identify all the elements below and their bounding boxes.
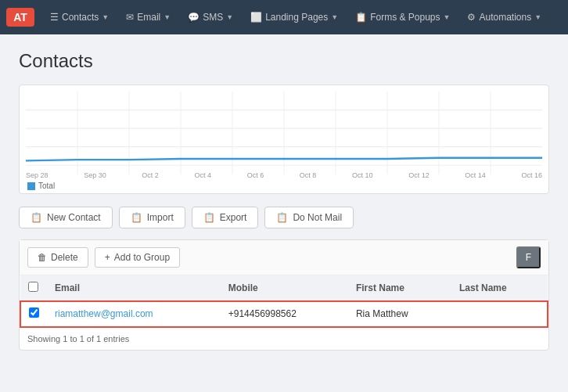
nav-landing-pages[interactable]: ⬜ Landing Pages ▼ bbox=[243, 7, 346, 27]
page-title: Contacts bbox=[19, 50, 549, 72]
chevron-down-icon: ▼ bbox=[444, 13, 451, 21]
add-to-group-button[interactable]: + Add to Group bbox=[95, 247, 180, 268]
x-label-1: Sep 30 bbox=[84, 171, 106, 179]
nav-sms-label: SMS bbox=[203, 12, 223, 23]
do-not-mail-icon: 📋 bbox=[276, 212, 288, 223]
navbar: AT ☰ Contacts ▼ ✉ Email ▼ 💬 SMS ▼ ⬜ Land… bbox=[0, 0, 568, 34]
nav-forms-label: Forms & Popups bbox=[370, 12, 440, 23]
table-toolbar: 🗑 Delete + Add to Group F bbox=[20, 240, 548, 275]
new-contact-label: New Contact bbox=[47, 212, 101, 223]
export-icon: 📋 bbox=[203, 212, 215, 223]
table-row[interactable]: riamatthew@gmail.com +914456998562 Ria M… bbox=[20, 301, 548, 327]
row-checkbox-cell bbox=[20, 301, 47, 327]
new-contact-button[interactable]: 📋 New Contact bbox=[19, 207, 113, 228]
nav-forms-popups[interactable]: 📋 Forms & Popups ▼ bbox=[347, 7, 458, 27]
legend-color-dot bbox=[27, 182, 35, 190]
mobile-cell: +914456998562 bbox=[221, 301, 348, 327]
email-link[interactable]: riamatthew@gmail.com bbox=[55, 308, 153, 319]
nav-landing-pages-label: Landing Pages bbox=[265, 12, 328, 23]
email-column-header: Email bbox=[47, 275, 221, 301]
new-contact-icon: 📋 bbox=[31, 212, 42, 223]
firstname-column-header: First Name bbox=[348, 275, 451, 301]
do-not-mail-button[interactable]: 📋 Do Not Mail bbox=[264, 207, 354, 228]
chart-svg bbox=[26, 92, 542, 174]
contacts-icon: ☰ bbox=[50, 12, 59, 23]
x-label-0: Sep 28 bbox=[26, 171, 49, 179]
export-button[interactable]: 📋 Export bbox=[192, 207, 259, 228]
email-icon: ✉ bbox=[126, 12, 134, 23]
table-header-row: Email Mobile First Name Last Name bbox=[20, 275, 548, 301]
trash-icon: 🗑 bbox=[38, 252, 47, 263]
pagination-info: Showing 1 to 1 of 1 entries bbox=[20, 327, 548, 350]
landing-pages-icon: ⬜ bbox=[250, 12, 262, 23]
nav-contacts-label: Contacts bbox=[62, 12, 99, 23]
nav-email[interactable]: ✉ Email ▼ bbox=[118, 7, 178, 27]
legend-label: Total bbox=[38, 182, 55, 190]
x-axis-labels: Sep 28 Sep 30 Oct 2 Oct 4 Oct 6 Oct 8 Oc… bbox=[26, 171, 542, 179]
delete-button[interactable]: 🗑 Delete bbox=[27, 247, 88, 268]
select-all-header bbox=[20, 275, 47, 301]
import-button[interactable]: 📋 Import bbox=[119, 207, 185, 228]
firstname-cell: Ria Matthew bbox=[348, 301, 451, 327]
chevron-down-icon: ▼ bbox=[331, 13, 338, 21]
email-cell: riamatthew@gmail.com bbox=[47, 301, 221, 327]
forms-icon: 📋 bbox=[355, 12, 367, 23]
contacts-chart: Total Sep 28 Sep 30 Oct 2 Oct 4 Oct 6 Oc… bbox=[19, 85, 549, 194]
sms-icon: 💬 bbox=[188, 12, 200, 23]
filter-label: F bbox=[526, 252, 531, 263]
table-header: Email Mobile First Name Last Name bbox=[20, 275, 548, 301]
nav-automations[interactable]: ⚙ Automations ▼ bbox=[459, 7, 549, 27]
contacts-table-section: 🗑 Delete + Add to Group F Email bbox=[19, 239, 549, 351]
select-all-checkbox[interactable] bbox=[28, 282, 38, 292]
x-label-7: Oct 12 bbox=[408, 171, 430, 179]
row-checkbox[interactable] bbox=[29, 307, 39, 318]
x-label-4: Oct 6 bbox=[247, 171, 264, 179]
x-label-3: Oct 4 bbox=[195, 171, 212, 179]
chevron-down-icon: ▼ bbox=[102, 13, 109, 21]
x-label-2: Oct 2 bbox=[142, 171, 159, 179]
x-label-9: Oct 16 bbox=[521, 171, 542, 179]
x-label-5: Oct 8 bbox=[300, 171, 317, 179]
do-not-mail-label: Do Not Mail bbox=[293, 212, 342, 223]
chevron-down-icon: ▼ bbox=[164, 13, 171, 21]
automations-icon: ⚙ bbox=[467, 12, 476, 23]
import-icon: 📋 bbox=[131, 212, 142, 223]
lastname-cell bbox=[451, 301, 548, 327]
export-label: Export bbox=[220, 212, 247, 223]
add-group-label: Add to Group bbox=[114, 252, 170, 263]
action-buttons: 📋 New Contact 📋 Import 📋 Export 📋 Do Not… bbox=[19, 207, 549, 228]
chevron-down-icon: ▼ bbox=[226, 13, 233, 21]
chevron-down-icon: ▼ bbox=[534, 13, 541, 21]
x-label-6: Oct 10 bbox=[352, 171, 373, 179]
page-content: Contacts Total Sep 28 Se bbox=[0, 34, 568, 366]
lastname-column-header: Last Name bbox=[451, 275, 548, 301]
table-body: riamatthew@gmail.com +914456998562 Ria M… bbox=[20, 301, 548, 327]
nav-sms[interactable]: 💬 SMS ▼ bbox=[180, 7, 241, 27]
nav-email-label: Email bbox=[137, 12, 160, 23]
nav-automations-label: Automations bbox=[479, 12, 531, 23]
plus-icon: + bbox=[105, 252, 110, 263]
delete-label: Delete bbox=[51, 252, 78, 263]
mobile-column-header: Mobile bbox=[221, 275, 348, 301]
contacts-table: Email Mobile First Name Last Name riamat… bbox=[20, 275, 548, 327]
filter-button[interactable]: F bbox=[516, 246, 541, 268]
import-label: Import bbox=[147, 212, 174, 223]
chart-legend: Total bbox=[27, 182, 55, 190]
x-label-8: Oct 14 bbox=[465, 171, 486, 179]
brand-logo: AT bbox=[6, 8, 34, 27]
nav-contacts[interactable]: ☰ Contacts ▼ bbox=[42, 7, 117, 27]
